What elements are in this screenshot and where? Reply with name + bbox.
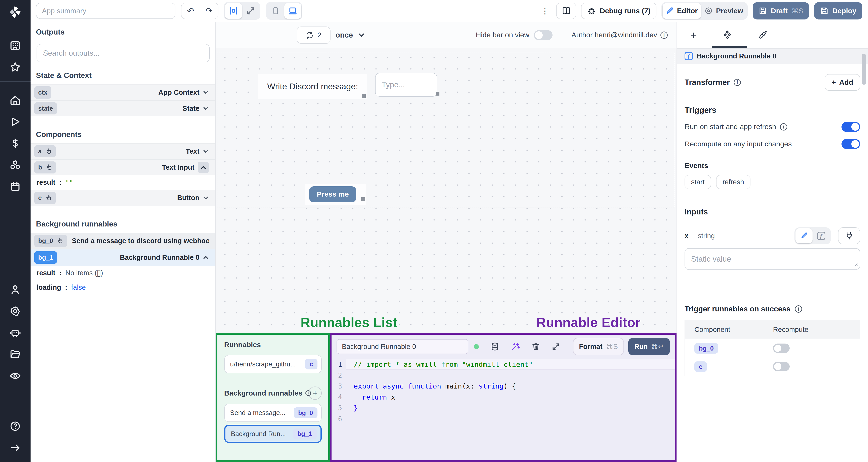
recompute-toggle[interactable] xyxy=(841,139,860,149)
bg1-row[interactable]: bg_1 Background Runnable 0 xyxy=(31,249,216,266)
eval-fn-mode[interactable]: ƒ xyxy=(812,228,830,243)
bg-runnables-title: Background runnables xyxy=(36,220,215,228)
recompute-toggle-c[interactable] xyxy=(773,362,789,371)
component-row-b[interactable]: b Text Input xyxy=(31,159,216,175)
resize-handle[interactable] xyxy=(436,92,439,96)
output-row-ctx[interactable]: ctx App Context xyxy=(31,84,216,100)
editor-tab[interactable]: Editor xyxy=(663,3,701,19)
app-canvas: 2 once Hide bar on view Author henri@win… xyxy=(216,22,676,333)
add-background-runnable-button[interactable]: + xyxy=(308,387,322,400)
outputs-title: Outputs xyxy=(36,28,215,36)
static-pen-mode[interactable] xyxy=(796,228,812,243)
help-icon[interactable] xyxy=(0,416,31,437)
hide-bar-toggle[interactable] xyxy=(534,30,553,40)
apps-icon[interactable] xyxy=(0,35,31,57)
resize-handle[interactable] xyxy=(361,197,365,201)
cache-db-icon[interactable] xyxy=(491,342,499,351)
refresh-event-chip[interactable]: refresh xyxy=(716,175,751,189)
folders-icon[interactable] xyxy=(0,343,31,365)
draft-button[interactable]: Draft ⌘S xyxy=(753,2,809,19)
text-component[interactable]: Write Discord message: xyxy=(258,74,367,99)
bg0-badge: bg_0 xyxy=(294,407,317,418)
redo-button[interactable]: ↷ xyxy=(200,3,218,19)
search-outputs-input[interactable] xyxy=(37,44,210,62)
chevron-up-icon xyxy=(203,254,209,260)
fullscreen-layout-button[interactable] xyxy=(242,3,259,19)
runnable-item-bg0[interactable]: Send a message... bg_0 xyxy=(224,404,322,422)
undo-button[interactable]: ↶ xyxy=(181,3,200,19)
debug-runs-button[interactable]: Debug runs (7) xyxy=(581,3,656,19)
runnable-item-c[interactable]: u/henri/scrape_githu... c xyxy=(224,355,322,373)
components-title: Components xyxy=(36,130,215,139)
press-me-button[interactable]: Press me xyxy=(309,186,356,202)
outputs-panel: Outputs State & Context ctx App Context … xyxy=(31,22,216,462)
users-icon[interactable] xyxy=(0,279,31,300)
styling-brush-tab[interactable] xyxy=(758,30,768,40)
transformer-title: Transformer xyxy=(685,78,730,87)
add-transformer-button[interactable]: + Add xyxy=(825,74,860,91)
bug-icon xyxy=(587,6,596,15)
format-button[interactable]: Format ⌘S xyxy=(573,338,624,355)
refresh-count-button[interactable]: 2 xyxy=(297,27,331,43)
canvas-grid[interactable]: Write Discord message: Press me − 100% + xyxy=(216,48,676,333)
audit-eye-icon[interactable] xyxy=(0,365,31,387)
more-menu-kebab-icon[interactable]: ⋮ xyxy=(538,6,551,16)
settings-gear-icon[interactable] xyxy=(0,300,31,322)
runnables-title: Runnables xyxy=(224,341,322,349)
start-event-chip[interactable]: start xyxy=(685,175,711,189)
bg0-row[interactable]: bg_0 Send a message to discord using web… xyxy=(31,233,216,249)
ai-wand-icon[interactable] xyxy=(511,342,520,351)
info-icon[interactable]: i xyxy=(734,79,741,86)
input-mode-toggle: ƒ xyxy=(795,227,831,244)
desktop-view-button[interactable] xyxy=(284,3,301,19)
runnable-item-bg1-selected[interactable]: Background Run... bg_1 xyxy=(224,425,322,443)
chevron-up-icon[interactable] xyxy=(198,162,209,173)
runs-play-icon[interactable] xyxy=(0,111,31,133)
b-type-label: Text Input xyxy=(162,163,194,171)
home-icon[interactable] xyxy=(0,90,31,111)
add-component-tab[interactable]: + xyxy=(691,29,697,41)
canvas-toolbar: 2 once Hide bar on view Author henri@win… xyxy=(216,22,676,48)
delete-trash-icon[interactable] xyxy=(531,342,540,351)
windmill-logo-icon[interactable] xyxy=(8,5,23,20)
connect-plug-button[interactable] xyxy=(838,227,860,244)
expand-editor-icon[interactable] xyxy=(552,342,560,351)
static-value-input[interactable] xyxy=(685,248,860,270)
app-summary-input[interactable] xyxy=(36,3,176,19)
component-row-c[interactable]: c Button xyxy=(31,190,216,206)
output-row-state[interactable]: state State xyxy=(31,100,216,116)
textinput-component[interactable] xyxy=(375,73,442,99)
mobile-view-button[interactable] xyxy=(267,3,284,19)
bg0-badge: bg_0 xyxy=(38,237,53,244)
workers-robot-icon[interactable] xyxy=(0,322,31,343)
recompute-toggle-bg0[interactable] xyxy=(773,343,789,353)
info-icon[interactable]: i xyxy=(660,32,668,39)
component-row-a[interactable]: a Text xyxy=(31,143,216,159)
windmill-app-editor: ↶ ↷ ⋮ Debug runs (7) Editor xyxy=(0,0,868,462)
centered-layout-button[interactable] xyxy=(225,3,242,19)
frequency-dropdown[interactable]: once xyxy=(336,31,365,39)
resize-handle[interactable] xyxy=(362,94,366,98)
preview-tab-label: Preview xyxy=(716,7,743,15)
hide-bar-label: Hide bar on view xyxy=(476,31,529,39)
info-icon[interactable]: i xyxy=(780,123,787,131)
textinput-component-field[interactable] xyxy=(375,73,437,97)
collapse-arrow-icon[interactable] xyxy=(0,437,31,459)
deploy-button[interactable]: Deploy xyxy=(814,2,863,19)
code-editor[interactable]: 1 // import * as wmill from "windmill-cl… xyxy=(332,359,675,424)
favorites-star-icon[interactable] xyxy=(0,57,31,78)
function-icon: ƒ xyxy=(685,52,693,60)
run-button[interactable]: Run ⌘↵ xyxy=(628,338,670,355)
info-icon[interactable]: i xyxy=(795,305,802,312)
textarea-resize-icon[interactable] xyxy=(852,261,858,267)
resources-cubes-icon[interactable] xyxy=(0,154,31,176)
variables-dollar-icon[interactable] xyxy=(0,133,31,154)
settings-diamonds-tab[interactable] xyxy=(722,30,733,40)
docs-book-button[interactable] xyxy=(556,3,576,19)
runnable-name-input[interactable] xyxy=(337,339,468,354)
schedules-calendar-icon[interactable] xyxy=(0,176,31,197)
preview-tab[interactable]: Preview xyxy=(701,3,746,19)
panel-scrollbar[interactable] xyxy=(862,54,866,85)
runnable-editor-annotation: Runnable Editor xyxy=(536,315,641,330)
run-on-start-toggle[interactable] xyxy=(841,122,860,132)
